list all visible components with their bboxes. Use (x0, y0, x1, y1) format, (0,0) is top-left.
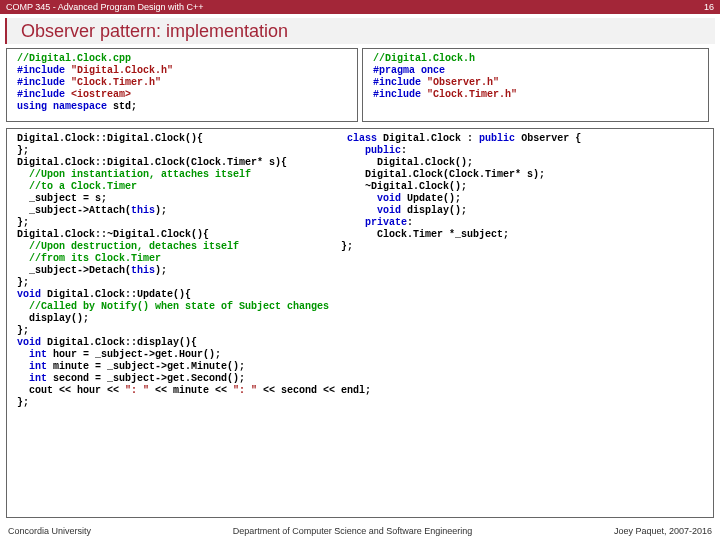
slide-header: COMP 345 - Advanced Program Design with … (0, 0, 720, 14)
slide-footer: Concordia University Department of Compu… (0, 526, 720, 536)
code-cpp-includes: //Digital.Clock.cpp #include "Digital.Cl… (6, 48, 358, 122)
footer-author: Joey Paquet, 2007-2016 (614, 526, 712, 536)
code-main-box: Digital.Clock::Digital.Clock(){ class Di… (6, 128, 714, 518)
footer-university: Concordia University (8, 526, 91, 536)
slide-number: 16 (704, 0, 714, 14)
slide-title: Observer pattern: implementation (5, 18, 715, 44)
slide-content: //Digital.Clock.cpp #include "Digital.Cl… (6, 48, 714, 518)
code-h-includes: //Digital.Clock.h #pragma once #include … (362, 48, 709, 122)
footer-department: Department of Computer Science and Softw… (233, 526, 473, 536)
course-title: COMP 345 - Advanced Program Design with … (6, 0, 203, 14)
